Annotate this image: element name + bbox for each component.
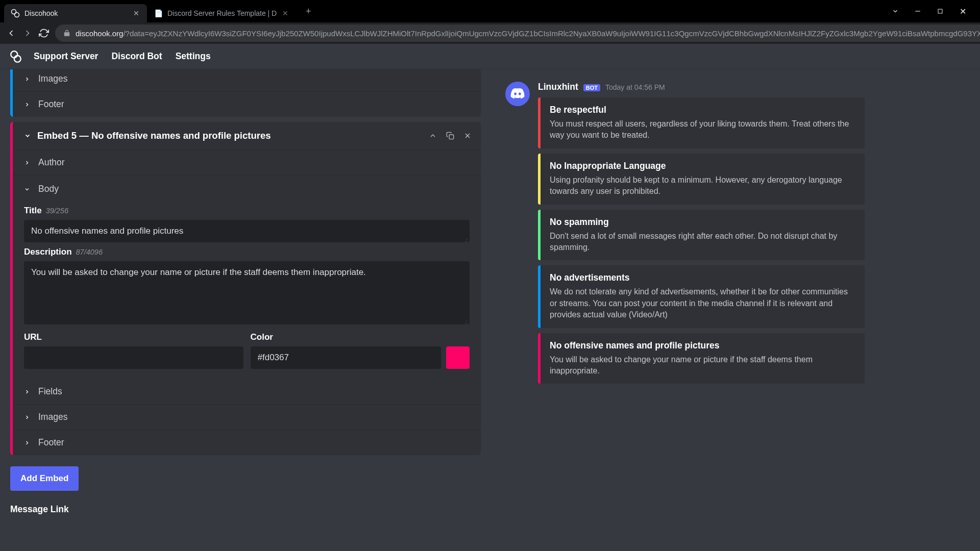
url-text: discohook.org/?data=eyJtZXNzYWdlcyI6W3si… <box>76 29 980 38</box>
body-section: Body Title 39/256 .: Description 87/4096 <box>13 176 481 379</box>
chevron-down-icon[interactable] <box>24 132 31 139</box>
chevron-right-icon <box>24 102 32 108</box>
bot-badge: BOT <box>583 84 600 91</box>
svg-rect-3 <box>938 9 942 13</box>
tab-title: Discohook <box>24 9 128 17</box>
embed5-card: Embed 5 — No offensive names and profile… <box>10 122 481 455</box>
minimize-icon[interactable] <box>913 6 923 16</box>
section-footer[interactable]: Footer <box>13 430 481 455</box>
embed5-header: Embed 5 — No offensive names and profile… <box>13 122 481 150</box>
delete-icon[interactable] <box>463 132 472 140</box>
maximize-icon[interactable] <box>935 6 945 16</box>
preview-embeds-list: Be respectfulYou must respect all users,… <box>538 97 964 384</box>
preview-embed: Be respectfulYou must respect all users,… <box>538 97 865 148</box>
app-header: Support Server Discord Bot Settings <box>0 44 980 69</box>
preview-embed-title: No offensive names and profile pictures <box>550 340 855 351</box>
preview-meta: Linuxhint BOT Today at 04:56 PM <box>538 82 964 92</box>
preview-embed-desc: You must respect all users, regardless o… <box>550 118 855 141</box>
preview-embed-desc: We do not tolerate any kind of advertise… <box>550 286 855 320</box>
chevron-down-icon[interactable] <box>890 6 900 16</box>
tab-favicon <box>10 8 20 18</box>
tab-close-icon[interactable]: ✕ <box>281 9 290 18</box>
preview-username: Linuxhint <box>538 82 578 92</box>
description-label: Description <box>24 247 72 257</box>
window-controls: ✕ <box>890 6 976 16</box>
nav-support-server[interactable]: Support Server <box>34 51 98 62</box>
main-area: Images Footer Embed 5 — No offensive nam… <box>0 69 980 551</box>
preview-pane: Linuxhint BOT Today at 04:56 PM Be respe… <box>489 69 980 551</box>
title-field: Title 39/256 .: <box>24 206 470 243</box>
svg-point-13 <box>11 51 17 58</box>
preview-embed-desc: You will be asked to change your name or… <box>550 354 855 377</box>
svg-point-14 <box>14 55 21 62</box>
close-window-icon[interactable]: ✕ <box>958 6 968 16</box>
preview-avatar <box>505 82 530 106</box>
chevron-right-icon <box>24 440 32 446</box>
duplicate-icon[interactable] <box>446 132 454 140</box>
preview-embed-desc: Using profanity should be kept to a mini… <box>550 174 855 197</box>
section-author[interactable]: Author <box>13 150 481 176</box>
url-field: URL <box>24 332 243 369</box>
preview-embed-title: No advertisements <box>550 272 855 283</box>
url-bar-row: discohook.org/?data=eyJtZXNzYWdlcyI6W3si… <box>0 22 980 44</box>
preview-embed: No offensive names and profile picturesY… <box>538 333 865 384</box>
message-link-label: Message Link <box>10 504 481 515</box>
svg-point-1 <box>15 13 19 17</box>
preview-embed-title: No Inappropriate Language <box>550 161 855 171</box>
title-label: Title <box>24 206 42 216</box>
browser-chrome: Discohook ✕ 📄 Discord Server Rules Templ… <box>0 0 980 44</box>
section-images[interactable]: Images <box>13 405 481 430</box>
chevron-right-icon <box>24 414 32 420</box>
embed4-card: Images Footer <box>10 69 481 117</box>
preview-embed: No spammingDon't send a lot of small mes… <box>538 210 865 261</box>
tab-close-icon[interactable]: ✕ <box>132 9 141 18</box>
description-input[interactable] <box>24 261 470 324</box>
section-fields[interactable]: Fields <box>13 379 481 405</box>
chevron-right-icon <box>24 389 32 395</box>
forward-button[interactable] <box>22 26 33 40</box>
tab-favicon: 📄 <box>153 8 163 18</box>
chevron-right-icon <box>24 76 32 82</box>
color-field: Color <box>251 332 470 369</box>
title-input[interactable] <box>24 220 470 242</box>
section-footer[interactable]: Footer <box>13 92 481 117</box>
preview-embed: No advertisementsWe do not tolerate any … <box>538 265 865 328</box>
browser-tab-active[interactable]: Discohook ✕ <box>4 4 147 22</box>
app-logo-icon[interactable] <box>9 50 22 63</box>
preview-embed-title: Be respectful <box>550 105 855 115</box>
nav-settings[interactable]: Settings <box>176 51 211 62</box>
section-images[interactable]: Images <box>13 69 481 92</box>
chevron-down-icon <box>24 186 32 192</box>
url-color-row: URL Color <box>24 332 470 369</box>
preview-embed-desc: Don't send a lot of small messages right… <box>550 231 855 254</box>
title-counter: 39/256 <box>46 207 68 215</box>
url-label: URL <box>24 332 42 342</box>
preview-message: Linuxhint BOT Today at 04:56 PM Be respe… <box>505 82 964 389</box>
back-button[interactable] <box>6 26 16 40</box>
preview-embed-title: No spamming <box>550 217 855 228</box>
collapse-icon[interactable] <box>429 132 437 140</box>
color-swatch[interactable] <box>446 346 470 369</box>
browser-tab-inactive[interactable]: 📄 Discord Server Rules Template | D ✕ <box>147 4 296 22</box>
new-tab-button[interactable]: + <box>300 3 316 19</box>
description-field: Description 87/4096 .: <box>24 247 470 325</box>
svg-rect-15 <box>449 135 454 139</box>
preview-timestamp: Today at 04:56 PM <box>605 83 665 91</box>
color-label: Color <box>251 332 273 342</box>
nav-discord-bot[interactable]: Discord Bot <box>111 51 162 62</box>
url-bar[interactable]: discohook.org/?data=eyJtZXNzYWdlcyI6W3si… <box>55 24 980 42</box>
add-embed-button[interactable]: Add Embed <box>10 466 79 491</box>
chevron-right-icon <box>24 160 32 166</box>
color-input[interactable] <box>251 346 442 369</box>
tab-bar: Discohook ✕ 📄 Discord Server Rules Templ… <box>0 0 980 22</box>
lock-icon <box>63 30 70 37</box>
url-input[interactable] <box>24 346 243 369</box>
preview-embed: No Inappropriate LanguageUsing profanity… <box>538 154 865 205</box>
preview-body: Linuxhint BOT Today at 04:56 PM Be respe… <box>538 82 964 389</box>
section-body-header[interactable]: Body <box>24 176 470 202</box>
embed5-title: Embed 5 — No offensive names and profile… <box>37 130 429 141</box>
editor-pane: Images Footer Embed 5 — No offensive nam… <box>0 69 489 551</box>
reload-button[interactable] <box>39 26 49 40</box>
tab-title: Discord Server Rules Template | D <box>167 9 277 17</box>
description-counter: 87/4096 <box>76 248 103 256</box>
